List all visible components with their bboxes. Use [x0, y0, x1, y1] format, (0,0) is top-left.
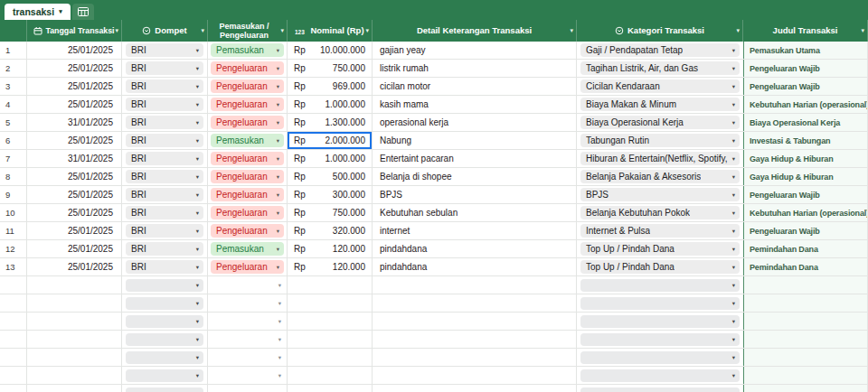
wallet-select[interactable]: ▾ — [126, 387, 203, 392]
wallet-select[interactable]: ▾ — [126, 315, 203, 328]
row-number[interactable] — [0, 349, 27, 366]
wallet-select[interactable]: BRI▾ — [126, 134, 203, 147]
detail-cell[interactable]: kasih mama — [373, 96, 577, 113]
category-select[interactable]: Belanja Pakaian & Aksesoris▾ — [580, 170, 740, 183]
wallet-select[interactable]: ▾ — [126, 333, 203, 346]
title-cell[interactable] — [743, 313, 868, 330]
wallet-select[interactable]: BRI▾ — [126, 188, 203, 201]
type-select[interactable]: Pengeluaran▾ — [211, 79, 284, 93]
title-cell[interactable]: Pemasukan Utama — [743, 42, 868, 59]
date-cell[interactable] — [27, 276, 122, 294]
type-select[interactable]: Pengeluaran▾ — [211, 188, 284, 201]
title-cell[interactable]: Pengeluaran Wajib — [743, 78, 868, 95]
category-select[interactable]: Biaya Operasional Kerja▾ — [580, 116, 740, 129]
category-select[interactable]: Hiburan & Entertain(Netflix, Spotify, Pa… — [580, 152, 740, 165]
category-select[interactable]: Biaya Makan & Minum▾ — [580, 98, 740, 111]
row-number[interactable]: 2 — [0, 60, 27, 77]
title-cell[interactable]: Gaya Hidup & Hiburan — [743, 168, 868, 185]
wallet-select[interactable]: BRI▾ — [126, 206, 203, 219]
amount-cell[interactable]: Rp320.000 — [288, 222, 373, 239]
chevron-down-icon[interactable]: ▾ — [365, 26, 369, 35]
wallet-select[interactable]: ▾ — [126, 369, 203, 382]
detail-cell[interactable]: cicilan motor — [373, 78, 577, 95]
detail-cell[interactable]: Kebutuhan sebulan — [373, 204, 577, 221]
amount-cell[interactable]: Rp120.000 — [288, 240, 373, 257]
detail-cell[interactable]: operasional kerja — [373, 114, 577, 131]
type-select[interactable]: Pemasukan▾ — [211, 242, 284, 256]
category-select[interactable]: Top Up / Pindah Dana▾ — [580, 260, 740, 274]
row-number[interactable]: 13 — [0, 258, 27, 275]
header-dompet[interactable]: Dompet ▾ — [122, 20, 208, 42]
category-select[interactable]: ▾ — [580, 279, 740, 292]
type-select[interactable]: Pemasukan▾ — [211, 134, 284, 147]
detail-cell[interactable] — [373, 331, 577, 348]
row-number[interactable] — [0, 331, 27, 348]
detail-cell[interactable]: BPJS — [373, 186, 577, 203]
wallet-select[interactable]: ▾ — [126, 279, 203, 292]
header-judul-transaksi[interactable]: Judul Transaksi ▾ — [743, 20, 868, 42]
type-select[interactable]: Pemasukan▾ — [211, 43, 284, 57]
type-select[interactable]: Pengeluaran▾ — [211, 206, 284, 219]
row-number[interactable]: 6 — [0, 132, 27, 149]
date-cell[interactable]: 25/01/2025 — [27, 168, 122, 185]
chevron-down-icon[interactable]: ▾ — [278, 336, 284, 343]
amount-cell[interactable] — [288, 349, 373, 366]
wallet-select[interactable]: BRI▾ — [126, 224, 203, 238]
title-cell[interactable]: Kebutuhan Harian (operasional) — [743, 96, 868, 113]
date-cell[interactable] — [27, 313, 122, 330]
detail-cell[interactable] — [373, 276, 577, 294]
amount-cell[interactable]: Rp10.000.000 — [288, 42, 373, 59]
amount-cell[interactable] — [288, 294, 373, 312]
wallet-select[interactable]: BRI▾ — [126, 61, 203, 75]
header-row-number[interactable] — [0, 20, 27, 42]
title-cell[interactable]: Pemindahan Dana — [743, 258, 868, 275]
title-cell[interactable] — [743, 331, 868, 348]
detail-cell[interactable] — [373, 385, 577, 392]
amount-cell[interactable]: Rp1.000.000 — [288, 96, 373, 113]
category-select[interactable]: Belanja Kebutuhan Pokok▾ — [580, 206, 740, 219]
date-cell[interactable]: 25/01/2025 — [27, 186, 122, 203]
wallet-select[interactable]: BRI▾ — [126, 43, 203, 57]
wallet-select[interactable]: BRI▾ — [126, 242, 203, 256]
date-cell[interactable]: 25/01/2025 — [27, 258, 122, 275]
chevron-down-icon[interactable]: ▾ — [861, 26, 864, 35]
chevron-down-icon[interactable]: ▾ — [736, 26, 740, 35]
title-cell[interactable] — [743, 367, 868, 384]
row-number[interactable] — [0, 294, 27, 312]
category-select[interactable]: ▾ — [580, 333, 740, 346]
amount-cell[interactable] — [288, 385, 373, 392]
title-cell[interactable]: Pemindahan Dana — [743, 240, 868, 257]
row-number[interactable]: 11 — [0, 222, 27, 239]
row-number[interactable]: 9 — [0, 186, 27, 203]
category-select[interactable]: ▾ — [580, 369, 740, 382]
chevron-down-icon[interactable]: ▾ — [280, 26, 284, 35]
title-cell[interactable]: Kebutuhan Harian (operasional) — [743, 204, 868, 221]
detail-cell[interactable]: Entertaint pacaran — [373, 150, 577, 167]
title-cell[interactable] — [743, 276, 868, 294]
detail-cell[interactable] — [373, 294, 577, 312]
wallet-select[interactable]: ▾ — [126, 351, 203, 364]
date-cell[interactable]: 25/01/2025 — [27, 132, 122, 149]
row-number[interactable]: 7 — [0, 150, 27, 167]
header-kategori-transaksi[interactable]: Kategori Transaksi ▾ — [577, 20, 743, 42]
amount-cell[interactable] — [288, 313, 373, 330]
category-select[interactable]: Gaji / Pendapatan Tetap▾ — [580, 43, 740, 57]
category-select[interactable]: ▾ — [580, 315, 740, 328]
row-number[interactable] — [0, 276, 27, 294]
amount-cell[interactable]: Rp1.000.000 — [288, 150, 373, 167]
row-number[interactable]: 4 — [0, 96, 27, 113]
date-cell[interactable]: 25/01/2025 — [27, 60, 122, 77]
detail-cell[interactable]: Nabung — [373, 132, 577, 149]
table-view-tab[interactable] — [72, 4, 94, 20]
row-number[interactable]: 3 — [0, 78, 27, 95]
chevron-down-icon[interactable]: ▾ — [278, 318, 284, 325]
detail-cell[interactable] — [373, 367, 577, 384]
chevron-down-icon[interactable]: ▾ — [115, 26, 118, 35]
date-cell[interactable]: 25/01/2025 — [27, 42, 122, 59]
chevron-down-icon[interactable]: ▾ — [278, 372, 284, 379]
row-number[interactable]: 1 — [0, 42, 27, 59]
category-select[interactable]: Internet & Pulsa▾ — [580, 224, 740, 238]
detail-cell[interactable]: Belanja di shopee — [373, 168, 577, 185]
date-cell[interactable]: 25/01/2025 — [27, 240, 122, 257]
detail-cell[interactable] — [373, 313, 577, 330]
